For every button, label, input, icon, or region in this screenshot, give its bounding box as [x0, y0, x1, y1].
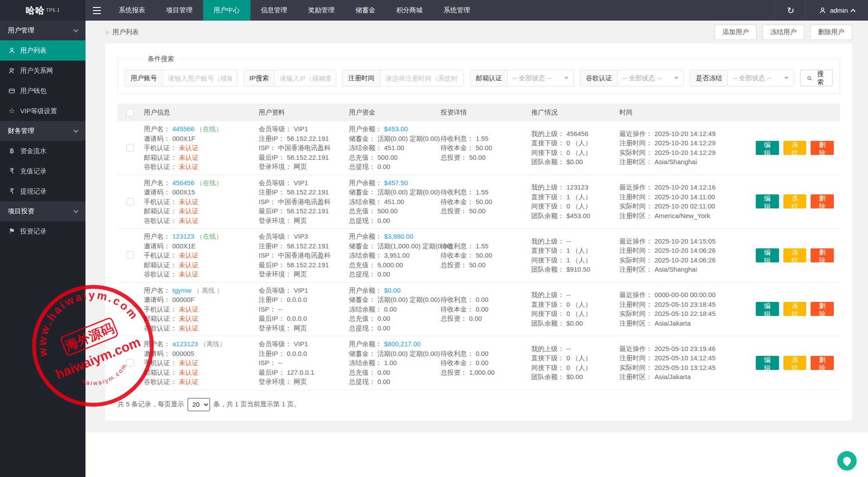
fab-button[interactable] — [837, 451, 857, 470]
sidebar-item-user-wallet[interactable]: 用户钱包 — [0, 81, 85, 101]
rupee-icon: ₹ — [8, 188, 16, 195]
row-checkbox[interactable] — [126, 144, 134, 151]
balance-link[interactable]: $457.50 — [384, 179, 408, 186]
register-time: 2025-10-20 14:11:00 — [655, 193, 715, 201]
menu-item-points-mall[interactable]: 积分商城 — [386, 0, 433, 21]
chevron-down-icon — [73, 128, 78, 133]
delete-button[interactable]: 删除 — [811, 302, 834, 316]
navbar-right: ↻ admin — [776, 0, 868, 21]
login-env: 网页 — [294, 270, 307, 278]
edit-button[interactable]: 编辑 — [756, 194, 779, 208]
register-timezone: Asia/Shanghai — [655, 158, 697, 165]
pending-interest: 1.55 — [476, 135, 488, 142]
total-withdraw: 0.00 — [377, 217, 390, 224]
balance-link[interactable]: $3,980.00 — [384, 233, 413, 240]
register-time: 2025-10-20 14:12:29 — [655, 139, 715, 147]
search-panel: 条件搜索 用户账号 IP搜索 注册时间 邮箱认证 — [117, 55, 840, 94]
email-cert-status: 未认证 — [179, 315, 199, 322]
select-all-checkbox[interactable] — [126, 109, 134, 116]
invite-code: 000005 — [172, 350, 194, 357]
sidebar-item-user-network[interactable]: 用户关系网 — [0, 61, 85, 81]
edit-button[interactable]: 编辑 — [756, 356, 779, 370]
menu-item-user-center[interactable]: 用户中心 — [203, 0, 250, 21]
search-field-reg-time: 注册时间 — [342, 70, 464, 86]
real-time: 2025-05-10 13:12:45 — [655, 364, 715, 371]
row-checkbox[interactable] — [126, 359, 134, 366]
col-promotion: 推广情况 — [530, 108, 618, 117]
hamburger-icon[interactable] — [85, 0, 108, 21]
row-checkbox[interactable] — [126, 251, 134, 259]
vip-level: VIP3 — [294, 233, 308, 240]
register-timezone: Asia/Shanghai — [655, 265, 697, 273]
chevron-down-icon — [674, 77, 679, 79]
freeze-button[interactable]: 冻结 — [783, 194, 807, 208]
ip-input[interactable] — [274, 70, 336, 86]
user-list-card: 条件搜索 用户账号 IP搜索 注册时间 邮箱认证 — [105, 43, 852, 421]
menu-item-reports[interactable]: 系统报表 — [108, 0, 156, 21]
refresh-icon[interactable]: ↻ — [776, 0, 805, 21]
username-link[interactable]: a123123 — [172, 340, 198, 348]
last-ip: 58.152.22.191 — [287, 154, 329, 161]
search-button[interactable]: 搜索 — [800, 70, 832, 86]
edit-button[interactable]: 编辑 — [756, 248, 779, 262]
freeze-button[interactable]: 冻结 — [783, 248, 807, 262]
delete-button[interactable]: 删除 — [811, 248, 834, 262]
indirect-downline: 0 （人） — [566, 202, 592, 210]
freeze-button[interactable]: 冻结 — [783, 356, 807, 370]
sidebar-group-finance[interactable]: 财务管理 — [0, 121, 85, 141]
sidebar-item-fund-flow[interactable]: ฿ 资金流水 — [0, 141, 85, 161]
freeze-button[interactable]: 冻结 — [783, 141, 807, 155]
real-time: 2025-10-20 02:11:00 — [655, 202, 715, 210]
phone-cert-status: 未认证 — [179, 251, 199, 259]
menu-item-info[interactable]: 信息管理 — [250, 0, 298, 21]
username-link[interactable]: 456456 — [172, 179, 194, 186]
chevron-up-icon — [850, 9, 855, 14]
freeze-button[interactable]: 冻结 — [783, 302, 807, 316]
menu-item-system[interactable]: 系统管理 — [433, 0, 480, 21]
account-input[interactable] — [163, 70, 237, 86]
sidebar-item-withdraw-records[interactable]: ₹ 提现记录 — [0, 181, 85, 201]
online-status: （离线） — [200, 340, 226, 348]
page-size-select[interactable]: 20 — [188, 398, 210, 411]
freeze-user-button[interactable]: 冻结用户 — [762, 25, 804, 40]
sidebar-item-recharge-records[interactable]: ₹ 充值记录 — [0, 161, 85, 181]
indirect-downline: 0 （人） — [566, 310, 592, 317]
google-cert-status: 未认证 — [179, 270, 199, 278]
username-link[interactable]: 123123 — [172, 233, 194, 240]
menu-item-rewards[interactable]: 奖励管理 — [298, 0, 345, 21]
row-checkbox[interactable] — [126, 198, 134, 205]
invite-code: 000X15 — [172, 188, 195, 196]
sidebar-item-user-list[interactable]: 用户列表 — [0, 40, 85, 61]
sidebar-group-user-mgmt[interactable]: 用户管理 — [0, 21, 85, 40]
menu-item-projects[interactable]: 项目管理 — [156, 0, 203, 21]
frozen-balance: 1.00 — [384, 359, 397, 366]
total-invest: 0.00 — [469, 315, 482, 322]
frozen-balance: 451.00 — [384, 198, 404, 205]
login-env: 网页 — [294, 217, 307, 224]
user-dropdown[interactable]: admin — [805, 0, 868, 21]
balance-link[interactable]: $453.00 — [384, 125, 408, 133]
delete-user-button[interactable]: 删除用户 — [810, 25, 852, 40]
add-user-button[interactable]: 添加用户 — [715, 25, 757, 40]
edit-button[interactable]: 编辑 — [756, 302, 779, 316]
menu-item-savings[interactable]: 储蓄金 — [345, 0, 386, 21]
sidebar-item-vip-levels[interactable]: ☆ VIP等级设置 — [0, 101, 85, 121]
balance-link[interactable]: $0.00 — [384, 287, 401, 294]
vip-level: VIP1 — [294, 287, 308, 294]
sidebar-item-invest-records[interactable]: ⚑ 投资记录 — [0, 221, 85, 241]
google-auth-select[interactable]: -- 全部状态 -- — [618, 70, 683, 86]
balance-link[interactable]: $800,217.00 — [384, 340, 420, 348]
sidebar-group-invest[interactable]: 项目投资 — [0, 201, 85, 221]
frozen-select[interactable]: -- 全部状态 -- — [728, 70, 793, 86]
row-checkbox[interactable] — [126, 305, 134, 313]
email-auth-select[interactable]: -- 全部状态 -- — [508, 70, 573, 86]
direct-downline: 0 （人） — [566, 139, 592, 147]
username-link[interactable]: tgymw — [172, 287, 191, 294]
delete-button[interactable]: 删除 — [811, 194, 834, 208]
delete-button[interactable]: 删除 — [811, 141, 834, 155]
delete-button[interactable]: 删除 — [811, 356, 834, 370]
edit-button[interactable]: 编辑 — [756, 141, 779, 155]
phone-cert-status: 未认证 — [179, 359, 199, 366]
reg-time-input[interactable] — [380, 70, 463, 86]
username-link[interactable]: 445566 — [172, 125, 194, 133]
